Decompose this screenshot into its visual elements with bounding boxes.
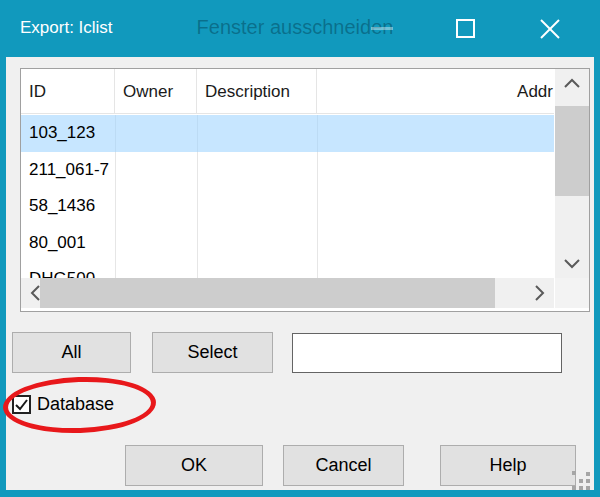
column-header-description[interactable]: Description [197, 69, 317, 114]
checkmark-icon [14, 397, 29, 412]
export-list: ID Owner Description Addr 103_123 211_06… [20, 68, 590, 312]
vertical-scrollbar[interactable] [555, 69, 589, 278]
help-button[interactable]: Help [440, 445, 576, 486]
filter-input[interactable] [292, 333, 562, 373]
all-button[interactable]: All [12, 332, 131, 373]
ok-button[interactable]: OK [125, 445, 263, 486]
chevron-up-icon [563, 78, 581, 88]
horizontal-scrollbar[interactable] [21, 278, 554, 308]
screenshot-tool-overlay-text: Fenster ausschneiden [150, 16, 440, 39]
chevron-left-icon [30, 284, 40, 302]
horizontal-scrollbar-thumb[interactable] [40, 278, 495, 308]
scroll-right-button[interactable] [526, 278, 554, 308]
chevron-right-icon [535, 284, 545, 302]
export-dialog: Export: Iclist Fenster ausschneiden ID O… [0, 0, 600, 497]
list-item[interactable]: 80_001 [21, 225, 554, 262]
close-icon [539, 18, 561, 40]
list-header: ID Owner Description Addr [21, 69, 554, 114]
window-title: Export: Iclist [20, 18, 113, 38]
list-item[interactable]: 58_1436 [21, 188, 554, 225]
scrollbar-corner [555, 278, 589, 308]
chevron-down-icon [563, 259, 581, 269]
maximize-icon [456, 19, 475, 38]
list-item[interactable]: 211_061-7 [21, 152, 554, 189]
column-header-owner[interactable]: Owner [115, 69, 197, 114]
close-button[interactable] [527, 0, 573, 57]
resize-grip-icon[interactable] [572, 471, 592, 491]
list-rows: 103_123 211_061-7 58_1436 80_001 DHG500 [21, 115, 554, 278]
select-button[interactable]: Select [152, 332, 273, 373]
cancel-button[interactable]: Cancel [283, 445, 404, 486]
list-item[interactable]: DHG500 [21, 261, 554, 278]
vertical-scrollbar-thumb[interactable] [555, 106, 589, 196]
minimize-icon[interactable] [371, 27, 393, 30]
scroll-down-button[interactable] [555, 250, 589, 278]
dialog-body: ID Owner Description Addr 103_123 211_06… [6, 57, 594, 490]
column-header-address[interactable]: Addr [317, 69, 554, 114]
scroll-up-button[interactable] [555, 69, 589, 97]
list-item[interactable]: 103_123 [21, 115, 554, 152]
database-checkbox[interactable] [12, 395, 31, 414]
maximize-button[interactable] [442, 0, 488, 57]
column-header-id[interactable]: ID [21, 69, 115, 114]
database-checkbox-label[interactable]: Database [37, 394, 114, 415]
